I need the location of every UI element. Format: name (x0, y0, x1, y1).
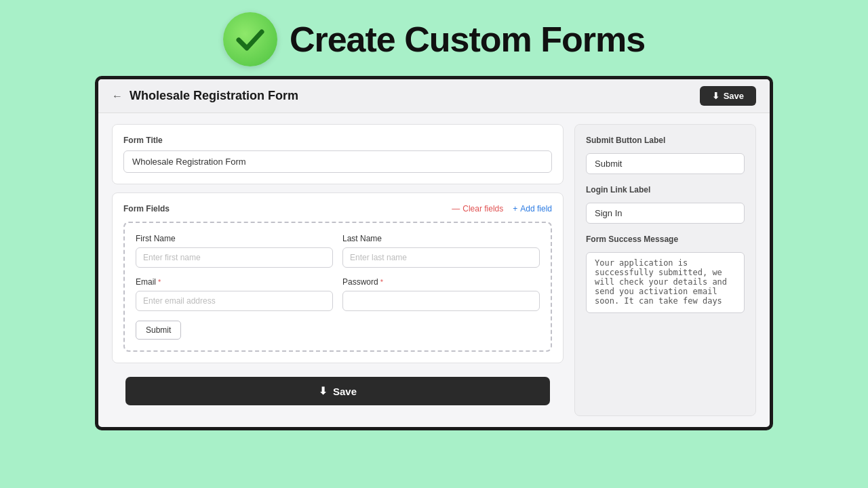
save-bar-button[interactable]: ⬇ Save (125, 377, 550, 405)
form-fields-label: Form Fields (123, 204, 170, 214)
window-header: ← Wholesale Registration Form ⬇ Save (98, 79, 770, 113)
success-message-heading: Form Success Message (586, 235, 745, 244)
form-title-label: Form Title (123, 136, 552, 145)
form-title-card: Form Title (112, 124, 564, 184)
submit-label-heading: Submit Button Label (586, 136, 745, 145)
save-bar: ⬇ Save (125, 377, 550, 405)
right-panel: Submit Button Label Login Link Label For… (574, 124, 756, 416)
email-group: Email * (136, 277, 333, 311)
login-link-heading: Login Link Label (586, 185, 745, 195)
password-input[interactable] (342, 291, 540, 311)
save-bar-icon: ⬇ (319, 385, 328, 397)
form-row-2: Email * Password * (136, 277, 540, 311)
form-fields-header: Form Fields — Clear fields + Add field (123, 204, 552, 214)
first-name-group: First Name (136, 234, 333, 268)
submit-label-input[interactable] (586, 153, 745, 174)
last-name-group: Last Name (342, 234, 540, 268)
login-link-input[interactable] (586, 203, 745, 224)
back-button[interactable]: ← (112, 90, 123, 102)
email-input[interactable] (136, 291, 333, 311)
success-message-group: Form Success Message Your application is… (586, 235, 745, 313)
email-label: Email * (136, 277, 333, 287)
save-bar-label: Save (333, 386, 357, 397)
window-title: Wholesale Registration Form (130, 89, 298, 103)
clear-fields-button[interactable]: — Clear fields (452, 204, 503, 214)
header-save-label: Save (724, 91, 744, 101)
last-name-input[interactable] (342, 247, 540, 268)
clear-fields-label: Clear fields (462, 204, 503, 214)
banner-title: Create Custom Forms (290, 19, 645, 60)
login-link-group: Login Link Label (586, 185, 745, 224)
first-name-input[interactable] (136, 247, 333, 268)
password-required: * (380, 278, 383, 286)
success-message-textarea[interactable]: Your application is successfully submitt… (586, 252, 745, 313)
email-required: * (158, 278, 161, 286)
add-field-button[interactable]: + Add field (513, 204, 552, 214)
first-name-label: First Name (136, 234, 333, 243)
window-header-left: ← Wholesale Registration Form (112, 89, 298, 103)
form-row-1: First Name Last Name (136, 234, 540, 268)
logo-icon (223, 12, 277, 66)
minus-icon: — (452, 204, 460, 214)
password-label: Password * (342, 277, 540, 287)
add-field-label: Add field (520, 204, 552, 214)
header-save-button[interactable]: ⬇ Save (700, 86, 756, 106)
save-icon: ⬇ (712, 91, 719, 101)
submit-label-group: Submit Button Label (586, 136, 745, 174)
form-title-input[interactable] (123, 150, 552, 173)
last-name-label: Last Name (342, 234, 540, 243)
password-group: Password * (342, 277, 540, 311)
top-banner: Create Custom Forms (0, 0, 868, 76)
plus-icon: + (513, 204, 517, 214)
left-panel: Form Title Form Fields — Clear fields + … (112, 124, 564, 416)
form-fields-actions: — Clear fields + Add field (452, 204, 552, 214)
app-window: ← Wholesale Registration Form ⬇ Save For… (95, 76, 773, 430)
form-preview: First Name Last Name Email * (123, 222, 552, 352)
form-fields-card: Form Fields — Clear fields + Add field (112, 192, 564, 363)
content-area: Form Title Form Fields — Clear fields + … (98, 113, 770, 427)
submit-preview-button[interactable]: Submit (136, 321, 181, 340)
